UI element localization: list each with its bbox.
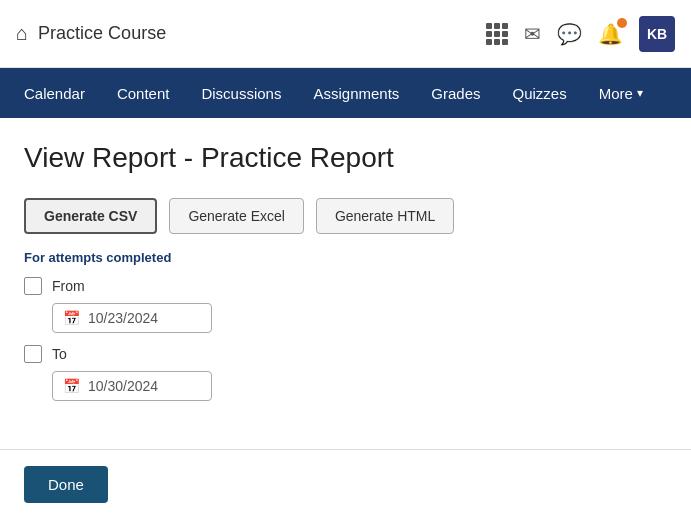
header-right: ✉ 💬 🔔 KB [486, 16, 675, 52]
calendar-icon-from: 📅 [63, 310, 80, 326]
calendar-icon-to: 📅 [63, 378, 80, 394]
header: ⌂ Practice Course ✉ 💬 🔔 KB [0, 0, 691, 68]
footer: Done [0, 449, 691, 519]
chevron-down-icon: ▾ [637, 86, 643, 100]
date-section: From 📅 10/23/2024 To 📅 10/30/2024 [24, 277, 667, 401]
sidebar-item-discussions[interactable]: Discussions [185, 68, 297, 118]
from-date-input[interactable]: 📅 10/23/2024 [52, 303, 212, 333]
from-checkbox[interactable] [24, 277, 42, 295]
to-row: To [24, 345, 667, 363]
nav-bar: Calendar Content Discussions Assignments… [0, 68, 691, 118]
page-title: View Report - Practice Report [24, 142, 667, 174]
avatar[interactable]: KB [639, 16, 675, 52]
sidebar-item-assignments[interactable]: Assignments [297, 68, 415, 118]
generate-excel-button[interactable]: Generate Excel [169, 198, 304, 234]
home-icon[interactable]: ⌂ [16, 22, 28, 45]
generate-csv-button[interactable]: Generate CSV [24, 198, 157, 234]
grid-icon[interactable] [486, 23, 508, 45]
to-date-value: 10/30/2024 [88, 378, 158, 394]
notification-badge [617, 18, 627, 28]
notification-icon[interactable]: 🔔 [598, 22, 623, 46]
to-input-row: 📅 10/30/2024 [52, 371, 667, 401]
sidebar-item-quizzes[interactable]: Quizzes [497, 68, 583, 118]
chat-icon[interactable]: 💬 [557, 22, 582, 46]
done-button[interactable]: Done [24, 466, 108, 503]
sidebar-item-content[interactable]: Content [101, 68, 186, 118]
course-title: Practice Course [38, 23, 166, 44]
generate-buttons: Generate CSV Generate Excel Generate HTM… [24, 198, 667, 234]
sidebar-item-calendar[interactable]: Calendar [8, 68, 101, 118]
mail-icon[interactable]: ✉ [524, 22, 541, 46]
to-label: To [52, 346, 67, 362]
sidebar-item-grades[interactable]: Grades [415, 68, 496, 118]
to-date-input[interactable]: 📅 10/30/2024 [52, 371, 212, 401]
sidebar-item-more[interactable]: More ▾ [583, 68, 659, 118]
from-date-value: 10/23/2024 [88, 310, 158, 326]
for-attempts-label: For attempts completed [24, 250, 667, 265]
from-label: From [52, 278, 85, 294]
generate-html-button[interactable]: Generate HTML [316, 198, 454, 234]
from-input-row: 📅 10/23/2024 [52, 303, 667, 333]
to-checkbox[interactable] [24, 345, 42, 363]
main-content: View Report - Practice Report Generate C… [0, 118, 691, 429]
header-left: ⌂ Practice Course [16, 22, 166, 45]
from-row: From [24, 277, 667, 295]
